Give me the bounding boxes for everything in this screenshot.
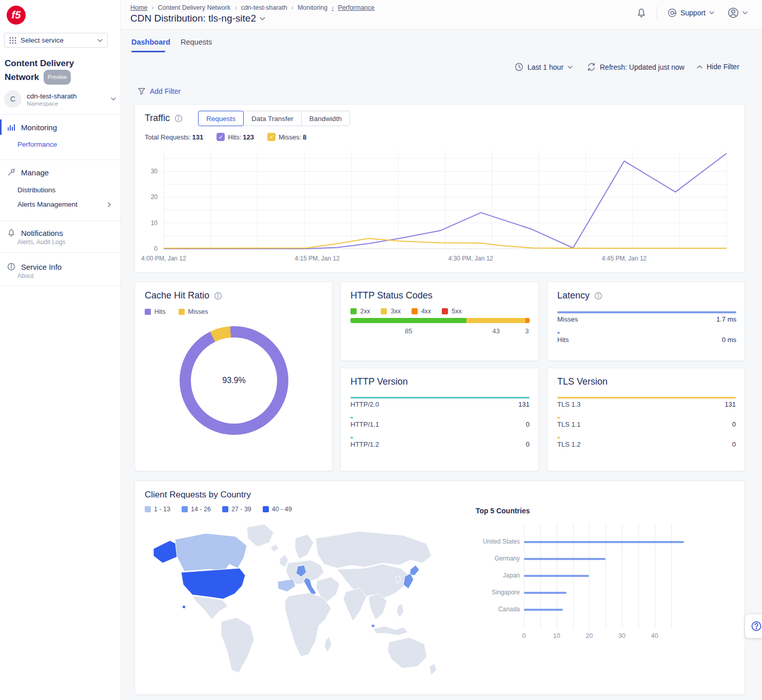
cache-legend: Hits Misses (145, 308, 208, 315)
breadcrumb-cdn[interactable]: Content Delivery Network (147, 4, 230, 11)
donut-center-value: 93.9% (222, 376, 245, 385)
support-at-icon (668, 8, 677, 17)
chevron-down-icon (568, 66, 573, 69)
support-menu[interactable]: Support (665, 8, 717, 18)
sidebar-item-notifications[interactable]: Notifications (0, 226, 121, 239)
clock-icon (515, 63, 523, 71)
notifications-bell-button[interactable] (633, 7, 650, 18)
hits-checkbox[interactable]: ✓ (217, 133, 225, 141)
active-tab-indicator (131, 51, 165, 52)
divider (0, 286, 121, 286)
toggle-requests[interactable]: Requests (198, 111, 244, 126)
toggle-data-transfer[interactable]: Data Transfer (243, 111, 302, 126)
top5-countries-chart: United StatesGermanyJapanSingaporeCanada… (448, 522, 728, 643)
toggle-bandwidth[interactable]: Bandwidth (301, 111, 350, 126)
top5-bar (524, 541, 684, 543)
sidebar-item-subtitle: About (17, 272, 33, 279)
bell-icon (636, 8, 647, 18)
svg-text:10: 10 (151, 219, 158, 227)
svg-text:4:30 PM, Jan 12: 4:30 PM, Jan 12 (448, 255, 494, 262)
top5-bar (524, 575, 589, 577)
help-button[interactable] (745, 614, 762, 638)
select-service-dropdown[interactable]: Select service (4, 33, 108, 48)
chevron-up-icon (697, 65, 702, 69)
map-india (343, 588, 366, 621)
svg-text:20: 20 (151, 193, 158, 201)
meter-row: HTTP/1.10 (350, 417, 530, 428)
map-canada (175, 533, 247, 571)
divider (0, 159, 121, 160)
breadcrumb-performance[interactable]: Performance (327, 4, 375, 11)
sidebar-item-performance[interactable]: Performance (17, 141, 57, 148)
top-header: Home Content Delivery Network cdn-test-s… (121, 0, 762, 30)
meter-row: Misses1.7 ms (557, 311, 736, 323)
status-segment-4xx (525, 318, 530, 323)
map-legend: 1 - 13 14 - 26 27 - 39 40 - 49 (145, 506, 292, 513)
time-range-selector[interactable]: Last 1 hour (515, 63, 573, 71)
sidebar-item-distributions[interactable]: Distributions (17, 186, 55, 194)
latency-title: Latency (557, 290, 602, 301)
traffic-panel: Traffic Requests Data Transfer Bandwidth… (134, 104, 745, 273)
map-mexico (192, 596, 228, 619)
map-scandinavia (295, 534, 314, 559)
map-spain (278, 579, 296, 592)
http-version-bars: HTTP/2.0131HTTP/1.10HTTP/1.20 (350, 397, 530, 457)
chevron-down-icon (743, 11, 748, 14)
top5-category-label: Singapore (448, 589, 520, 596)
f5-logo: f5 (7, 6, 26, 25)
filter-bar: Last 1 hour Refresh: Updated just now Hi… (121, 61, 762, 77)
chevron-down-icon (111, 97, 116, 101)
sidebar-item-label: Monitoring (21, 123, 57, 132)
map-new-zealand (429, 664, 437, 675)
latency-panel: Latency Misses1.7 msHits0 ms (547, 282, 745, 361)
namespace-selector[interactable]: C cdn-test-sharath Namespace (0, 86, 121, 112)
sidebar-item-manage[interactable]: Manage (0, 165, 121, 179)
chevron-down-icon (97, 39, 103, 42)
traffic-panel-title: Traffic (145, 113, 183, 124)
map-south-america (221, 617, 254, 673)
misses-checkbox[interactable]: ✓ (267, 133, 276, 141)
breadcrumb-monitoring[interactable]: Monitoring (287, 4, 328, 11)
hits-checkbox-stat[interactable]: ✓ Hits:123 (217, 133, 254, 141)
info-icon (7, 263, 15, 271)
bucket2-swatch (182, 506, 188, 512)
add-filter-button[interactable]: Add Filter (138, 87, 181, 95)
sidebar-item-label: Manage (21, 168, 49, 177)
map-hawaii (182, 605, 186, 609)
bell-icon (7, 229, 15, 237)
namespace-name: cdn-test-sharath (27, 92, 111, 101)
tls-version-panel: TLS Version TLS 1.3131TLS 1.10TLS 1.20 (547, 368, 745, 471)
map-russia (316, 531, 432, 568)
map-philippines (397, 604, 404, 617)
sidebar-item-service-info[interactable]: Service Info (0, 260, 121, 273)
meter-row: Hits0 ms (557, 332, 736, 344)
chevron-down-icon (709, 11, 714, 14)
traffic-metric-toggle: Requests Data Transfer Bandwidth (198, 111, 350, 126)
breadcrumb-namespace[interactable]: cdn-test-sharath (230, 4, 287, 11)
tab-requests[interactable]: Requests (181, 38, 212, 46)
map-madagascar (324, 637, 331, 652)
misses-checkbox-stat[interactable]: ✓ Misses:8 (267, 133, 306, 141)
namespace-type-label: Namespace (27, 101, 111, 107)
breadcrumb-home[interactable]: Home (130, 4, 147, 11)
map-usa (181, 568, 245, 599)
tab-dashboard[interactable]: Dashboard (131, 38, 170, 46)
status-codes-legend: 2xx 3xx 4xx 5xx (350, 308, 462, 315)
page-title[interactable]: CDN Distribution: tls-ng-site2 (130, 13, 265, 24)
sidebar-item-alerts-management[interactable]: Alerts Management (17, 201, 118, 208)
map-indonesia (374, 626, 408, 635)
meter-row: TLS 1.10 (557, 417, 736, 428)
preview-badge: Preview (44, 70, 71, 85)
account-menu[interactable] (725, 7, 751, 19)
refresh-button[interactable]: Refresh: Updated just now (587, 63, 685, 71)
status-segment-3xx (466, 318, 525, 323)
top5-bar (524, 558, 605, 560)
sidebar-item-monitoring[interactable]: Monitoring (0, 119, 121, 135)
cache-hit-ratio-panel: Cache Hit Ratio Hits Misses 93.9% (134, 282, 333, 471)
http-status-codes-title: HTTP Status Codes (350, 290, 433, 301)
traffic-stats: Total Requests:131 ✓ Hits:123 ✓ Misses:8 (145, 133, 306, 141)
hide-filter-toggle[interactable]: Hide Filter (697, 63, 739, 71)
sidebar: f5 Select service Content Delivery Netwo… (0, 0, 121, 700)
total-requests-stat: Total Requests:131 (145, 133, 203, 141)
wrench-icon (7, 168, 15, 176)
